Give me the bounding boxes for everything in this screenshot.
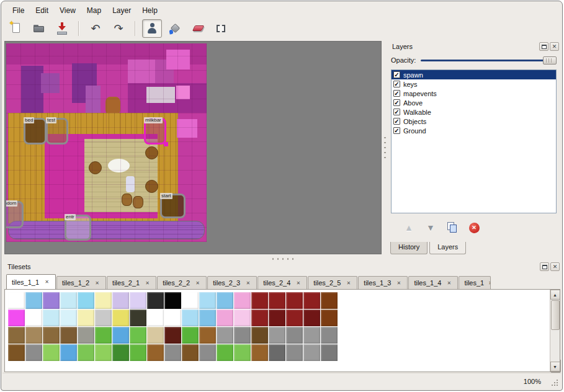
dock-tab-layers[interactable]: Layers bbox=[429, 242, 466, 254]
tile[interactable] bbox=[25, 344, 42, 361]
tile[interactable] bbox=[217, 344, 233, 361]
layer-visibility-checkbox[interactable]: ✓ bbox=[393, 99, 400, 106]
tile[interactable] bbox=[234, 292, 251, 309]
open-file-button[interactable] bbox=[29, 19, 49, 38]
rectangular-select-button[interactable] bbox=[211, 19, 231, 38]
scroll-thumb[interactable] bbox=[551, 300, 560, 330]
tile[interactable] bbox=[251, 327, 268, 344]
layer-row-mapevents[interactable]: ✓mapevents bbox=[392, 89, 556, 98]
delete-layer-button[interactable]: ✕ bbox=[466, 220, 482, 236]
stamp-brush-button[interactable] bbox=[142, 19, 162, 38]
tile[interactable] bbox=[78, 327, 94, 344]
tile[interactable] bbox=[78, 292, 94, 309]
undo-button[interactable]: ↶ bbox=[86, 19, 105, 38]
save-file-button[interactable] bbox=[52, 19, 72, 38]
tile[interactable] bbox=[199, 310, 216, 326]
map-object-start[interactable]: start bbox=[160, 194, 186, 218]
tile[interactable] bbox=[95, 310, 112, 326]
tileset-tab-tiles_2_3[interactable]: tiles_2_3✕ bbox=[207, 276, 257, 289]
tile[interactable] bbox=[303, 310, 320, 326]
tile[interactable] bbox=[60, 310, 77, 326]
resize-grip[interactable] bbox=[550, 378, 558, 386]
tile[interactable] bbox=[95, 344, 112, 361]
scroll-down-button[interactable]: ▼ bbox=[550, 362, 560, 372]
tile[interactable] bbox=[217, 327, 233, 344]
tile[interactable] bbox=[43, 292, 60, 309]
tile[interactable] bbox=[8, 344, 25, 361]
tile[interactable] bbox=[112, 344, 129, 361]
tile[interactable] bbox=[269, 327, 285, 344]
tile[interactable] bbox=[78, 344, 94, 361]
tab-close-icon[interactable]: ✕ bbox=[43, 279, 50, 285]
layer-visibility-checkbox[interactable]: ✓ bbox=[393, 109, 400, 115]
layers-dock-float-button[interactable] bbox=[539, 42, 548, 51]
map-object-bed[interactable]: bed bbox=[24, 118, 47, 145]
map-object-test[interactable]: test bbox=[46, 118, 68, 145]
tile[interactable] bbox=[182, 344, 199, 361]
tab-close-icon[interactable]: ✕ bbox=[395, 280, 402, 286]
tab-close-icon[interactable]: ✕ bbox=[144, 280, 151, 286]
opacity-slider-handle[interactable] bbox=[543, 56, 557, 65]
tile[interactable] bbox=[321, 344, 338, 361]
tile[interactable] bbox=[147, 292, 164, 309]
tile[interactable] bbox=[303, 344, 320, 361]
bucket-fill-button[interactable] bbox=[165, 19, 185, 38]
tile[interactable] bbox=[217, 292, 233, 309]
tile[interactable] bbox=[78, 310, 94, 326]
tileset-tab-tiles_2_2[interactable]: tiles_2_2✕ bbox=[157, 276, 207, 289]
map-object-entr[interactable]: entr bbox=[65, 215, 91, 241]
layer-visibility-checkbox[interactable]: ✓ bbox=[393, 90, 400, 97]
new-file-button[interactable]: ✦ bbox=[6, 19, 26, 38]
tile[interactable] bbox=[25, 327, 42, 344]
layer-visibility-checkbox[interactable]: ✓ bbox=[393, 71, 400, 78]
tile[interactable] bbox=[130, 327, 146, 344]
layers-dock-close-button[interactable]: ✕ bbox=[550, 42, 559, 51]
lower-layer-button[interactable]: ▼ bbox=[423, 220, 439, 236]
eraser-button[interactable] bbox=[188, 19, 208, 38]
tile[interactable] bbox=[234, 310, 251, 326]
raise-layer-button[interactable]: ▲ bbox=[401, 220, 417, 236]
tile[interactable] bbox=[234, 327, 251, 344]
tile[interactable] bbox=[199, 292, 216, 309]
map-object-andom[interactable]: andom bbox=[6, 201, 24, 228]
tile[interactable] bbox=[8, 292, 25, 309]
redo-button[interactable]: ↷ bbox=[109, 19, 128, 38]
splitter-vertical[interactable] bbox=[382, 40, 388, 256]
tab-close-icon[interactable]: ✕ bbox=[345, 280, 352, 286]
tileset-tab-tiles_1[interactable]: tiles_1✕ bbox=[459, 276, 491, 289]
tile[interactable] bbox=[182, 310, 199, 326]
tile[interactable] bbox=[286, 344, 303, 361]
tile[interactable] bbox=[130, 292, 146, 309]
tile[interactable] bbox=[303, 292, 320, 309]
tile[interactable] bbox=[60, 344, 77, 361]
menu-layer[interactable]: Layer bbox=[107, 6, 136, 16]
tile[interactable] bbox=[182, 292, 199, 309]
tile[interactable] bbox=[147, 310, 164, 326]
dock-tab-history[interactable]: History bbox=[390, 242, 427, 254]
tileset-scrollbar[interactable]: ▲ ▼ bbox=[550, 290, 560, 372]
menu-file[interactable]: File bbox=[7, 6, 29, 16]
tile[interactable] bbox=[147, 327, 164, 344]
tileset-tab-tiles_1_1[interactable]: tiles_1_1✕ bbox=[6, 274, 56, 289]
layer-row-Ground[interactable]: ✓Ground bbox=[392, 126, 556, 135]
tileset-tab-tiles_2_5[interactable]: tiles_2_5✕ bbox=[308, 276, 357, 289]
tile[interactable] bbox=[60, 327, 77, 344]
tileset-tab-tiles_1_3[interactable]: tiles_1_3✕ bbox=[358, 276, 408, 289]
tileset-tab-tiles_1_4[interactable]: tiles_1_4✕ bbox=[408, 276, 458, 289]
tab-close-icon[interactable]: ✕ bbox=[194, 280, 201, 286]
tile[interactable] bbox=[199, 327, 216, 344]
tileset-tab-tiles_1_2[interactable]: tiles_1_2✕ bbox=[56, 276, 106, 289]
tile[interactable] bbox=[303, 327, 320, 344]
layer-visibility-checkbox[interactable]: ✓ bbox=[393, 118, 400, 125]
tile[interactable] bbox=[321, 327, 338, 344]
tile[interactable] bbox=[217, 310, 233, 326]
tile[interactable] bbox=[199, 344, 216, 361]
tile[interactable] bbox=[25, 310, 42, 326]
tile[interactable] bbox=[112, 327, 129, 344]
tile[interactable] bbox=[251, 292, 268, 309]
tile[interactable] bbox=[8, 310, 25, 326]
tilesets-dock-float-button[interactable] bbox=[540, 262, 549, 271]
tile[interactable] bbox=[112, 292, 129, 309]
tab-close-icon[interactable]: ✕ bbox=[445, 280, 452, 286]
layer-visibility-checkbox[interactable]: ✓ bbox=[393, 127, 400, 134]
